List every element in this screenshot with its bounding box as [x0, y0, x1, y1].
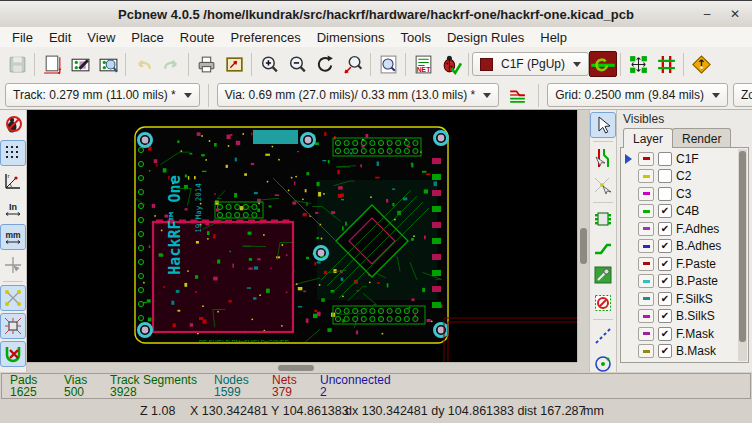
- track-width-combo[interactable]: Track: 0.279 mm (11.00 mils) *: [5, 83, 200, 107]
- layer-color-swatch[interactable]: [638, 344, 654, 358]
- tab-layer[interactable]: Layer: [623, 128, 673, 148]
- layer-visibility-checkbox[interactable]: [658, 187, 672, 201]
- add-graphic-line-button[interactable]: [590, 323, 616, 349]
- sheet-settings-button[interactable]: [38, 50, 66, 78]
- layer-visibility-checkbox[interactable]: [658, 169, 672, 183]
- plot-button[interactable]: [220, 50, 248, 78]
- layer-row[interactable]: C2: [625, 168, 748, 186]
- module-ratsnest-button[interactable]: [0, 313, 26, 339]
- add-track-button[interactable]: [590, 234, 616, 260]
- layer-visibility-checkbox[interactable]: [658, 309, 672, 323]
- save-button[interactable]: [3, 50, 31, 78]
- layer-color-swatch[interactable]: [638, 292, 654, 306]
- layer-row[interactable]: B.Mask: [625, 343, 748, 361]
- netlist-button[interactable]: NET: [409, 50, 437, 78]
- layer-visibility-checkbox[interactable]: [658, 152, 672, 166]
- menu-place[interactable]: Place: [123, 29, 172, 46]
- menu-help[interactable]: Help: [532, 29, 575, 46]
- menu-route[interactable]: Route: [172, 29, 223, 46]
- layer-visibility-checkbox[interactable]: [658, 292, 672, 306]
- local-ratsnest-button[interactable]: [590, 173, 616, 199]
- grid-visibility-button[interactable]: [0, 140, 26, 166]
- track-mode-button[interactable]: [652, 50, 680, 78]
- layer-color-swatch[interactable]: [638, 152, 654, 166]
- minimize-button[interactable]: –: [696, 4, 718, 24]
- redo-button[interactable]: [157, 50, 185, 78]
- drc-check-icon: [441, 54, 462, 75]
- layer-row[interactable]: C1F: [625, 150, 748, 168]
- layer-row[interactable]: B.SilkS: [625, 308, 748, 326]
- layer-color-swatch[interactable]: [638, 274, 654, 288]
- menu-dimensions[interactable]: Dimensions: [309, 29, 393, 46]
- vscroll-thumb[interactable]: [580, 228, 587, 264]
- auto-delete-track-button[interactable]: [0, 341, 26, 367]
- layer-color-swatch[interactable]: [638, 327, 654, 341]
- units-mm-icon: mm: [3, 227, 23, 247]
- layer-color-swatch[interactable]: [638, 169, 654, 183]
- layer-row[interactable]: B.Adhes: [625, 238, 748, 256]
- layer-scroll-thumb[interactable]: [739, 151, 746, 342]
- drc-off-button[interactable]: [0, 112, 26, 138]
- layer-visibility-checkbox[interactable]: [658, 204, 672, 218]
- menu-edit[interactable]: Edit: [41, 29, 79, 46]
- layer-row[interactable]: F.Adhes: [625, 220, 748, 238]
- pad-mode-button[interactable]: [624, 50, 652, 78]
- layer-visibility-checkbox[interactable]: [658, 257, 672, 271]
- layer-visibility-checkbox[interactable]: [658, 344, 672, 358]
- close-button[interactable]: ✕: [724, 4, 746, 24]
- highlight-net-button[interactable]: [590, 145, 616, 171]
- units-mm-button[interactable]: mm: [0, 224, 26, 250]
- zoom-level: Z 1.08: [140, 404, 175, 418]
- footprint-browser-button[interactable]: [94, 50, 122, 78]
- units-inches-button[interactable]: In: [0, 196, 26, 222]
- layer-color-swatch[interactable]: [638, 309, 654, 323]
- layer-color-swatch[interactable]: [638, 257, 654, 271]
- layer-color-swatch[interactable]: [638, 222, 654, 236]
- layer-row[interactable]: F.SilkS: [625, 290, 748, 308]
- layer-color-swatch[interactable]: [638, 187, 654, 201]
- hscroll-thumb[interactable]: [278, 365, 314, 371]
- menu-design-rules[interactable]: Design Rules: [439, 29, 532, 46]
- layer-color-swatch[interactable]: [638, 204, 654, 218]
- layer-list-scrollbar[interactable]: [738, 149, 747, 361]
- menu-view[interactable]: View: [79, 29, 123, 46]
- polar-coordinates-button[interactable]: r: [0, 168, 26, 194]
- layer-combo[interactable]: C1F (PgUp): [472, 52, 589, 76]
- refresh-view-button[interactable]: [311, 50, 339, 78]
- layer-row[interactable]: C4B: [625, 203, 748, 221]
- freeroute-button[interactable]: [687, 50, 715, 78]
- layer-visibility-checkbox[interactable]: [658, 327, 672, 341]
- via-size-button[interactable]: [589, 51, 617, 77]
- track-via-swap-button[interactable]: [504, 82, 530, 108]
- drc-button[interactable]: [437, 50, 465, 78]
- footprint-editor-button[interactable]: [66, 50, 94, 78]
- cursor-shape-button[interactable]: [0, 252, 26, 278]
- layer-color-swatch[interactable]: [638, 239, 654, 253]
- menu-file[interactable]: File: [4, 29, 41, 46]
- layer-row[interactable]: F.Mask: [625, 325, 748, 343]
- layer-row[interactable]: B.Paste: [625, 273, 748, 291]
- zoom-combo[interactable]: Zoom Auto: [733, 83, 752, 107]
- layer-row[interactable]: C3: [625, 185, 748, 203]
- print-button[interactable]: [192, 50, 220, 78]
- zoom-in-button[interactable]: [255, 50, 283, 78]
- zoom-out-button[interactable]: [283, 50, 311, 78]
- menu-tools[interactable]: Tools: [393, 29, 439, 46]
- zoom-selection-button[interactable]: [339, 50, 367, 78]
- ratsnest-visibility-button[interactable]: [0, 285, 26, 311]
- menu-preferences[interactable]: Preferences: [223, 29, 309, 46]
- layer-visibility-checkbox[interactable]: [658, 274, 672, 288]
- layer-visibility-checkbox[interactable]: [658, 239, 672, 253]
- via-size-combo[interactable]: Via: 0.69 mm (27.0 mils)/ 0.33 mm (13.0 …: [217, 83, 500, 107]
- pcb-canvas[interactable]: HackRF™ One 19 May 2014 http://greatscot…: [27, 110, 577, 362]
- tab-render[interactable]: Render: [672, 128, 731, 148]
- add-footprint-button[interactable]: [590, 206, 616, 232]
- zoom-page-button[interactable]: [374, 50, 402, 78]
- grid-combo[interactable]: Grid: 0.2500 mm (9.84 mils): [547, 83, 728, 107]
- add-keepout-button[interactable]: [590, 290, 616, 316]
- add-zone-button[interactable]: [590, 262, 616, 288]
- layer-visibility-checkbox[interactable]: [658, 222, 672, 236]
- undo-button[interactable]: [129, 50, 157, 78]
- select-tool-button[interactable]: [590, 112, 616, 138]
- layer-row[interactable]: F.Paste: [625, 255, 748, 273]
